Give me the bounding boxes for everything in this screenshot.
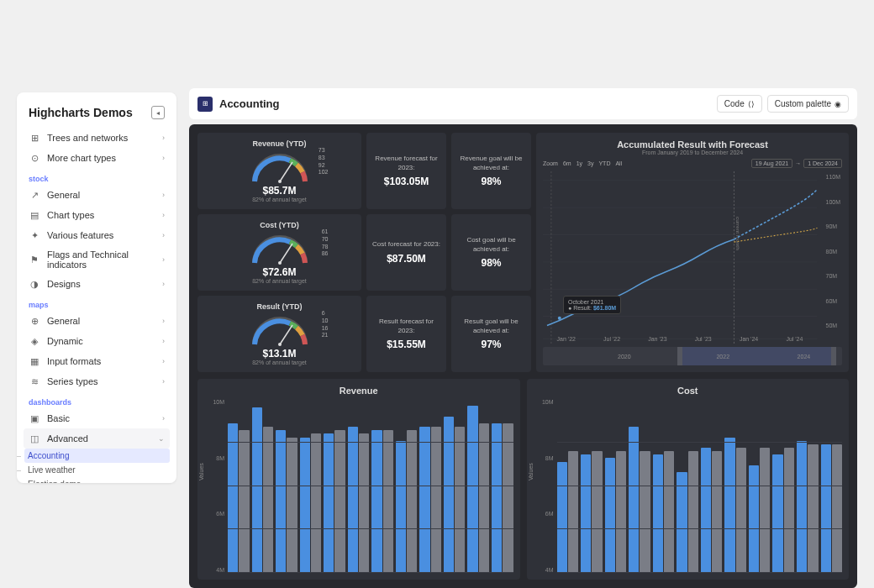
zoom-option[interactable]: YTD	[598, 160, 610, 166]
bar-target[interactable]	[287, 438, 297, 573]
sidebar-item[interactable]: ▤Chart types›	[24, 205, 170, 225]
zoom-option[interactable]: 3y	[587, 160, 593, 166]
bar-target[interactable]	[479, 423, 489, 573]
bar-target[interactable]	[760, 448, 770, 573]
bar-actual[interactable]	[821, 444, 831, 573]
sidebar-item[interactable]: ◫Advanced⌄	[24, 428, 170, 449]
sidebar-sub-item[interactable]: Live weather	[24, 463, 170, 477]
zoom-option[interactable]: All	[615, 160, 622, 166]
bar-actual[interactable]	[701, 448, 711, 573]
bar-group	[324, 399, 345, 573]
bar-actual[interactable]	[419, 427, 429, 573]
bar-target[interactable]	[431, 427, 441, 573]
bar-actual[interactable]	[797, 441, 807, 573]
bar-actual[interactable]	[300, 438, 310, 573]
bar-actual[interactable]	[252, 407, 262, 573]
nav-icon: ⊞	[29, 132, 40, 144]
bar-target[interactable]	[568, 451, 578, 573]
code-button[interactable]: Code⟨⟩	[717, 95, 762, 113]
sidebar-item[interactable]: ✦Various features›	[24, 225, 170, 245]
bar-target[interactable]	[239, 430, 249, 573]
sidebar-item[interactable]: ⊕General›	[24, 311, 170, 331]
sidebar-item[interactable]: ◈Dynamic›	[24, 331, 170, 351]
custom-palette-button[interactable]: Custom palette◉	[767, 95, 849, 113]
zoom-option[interactable]: 1y	[577, 160, 582, 166]
bar-actual[interactable]	[772, 454, 782, 573]
bar-actual[interactable]	[371, 430, 382, 573]
bar-actual[interactable]	[677, 472, 687, 573]
bar-actual[interactable]	[557, 462, 567, 573]
sidebar-item[interactable]: ◑Designs›	[24, 274, 170, 294]
sidebar-collapse-icon[interactable]	[151, 106, 165, 119]
bar-actual[interactable]	[492, 423, 502, 573]
zoom-label: Zoom	[543, 160, 558, 166]
bar-target[interactable]	[808, 444, 818, 573]
sidebar-item[interactable]: ▦Input formats›	[24, 351, 170, 371]
chart-navigator[interactable]: 2020 2022 2024	[543, 347, 842, 365]
revenue-bar-chart[interactable]: 10M8M6M4M Values	[204, 399, 513, 573]
bar-actual[interactable]	[653, 454, 663, 573]
bar-group	[724, 399, 746, 573]
sidebar-item[interactable]: ↗General›	[24, 185, 170, 205]
cost-bar-chart[interactable]: 10M8M6M4M Values	[534, 399, 843, 573]
sidebar-item[interactable]: ⚑Flags and Technical indicators›	[24, 245, 170, 274]
sidebar-item[interactable]: ⊞Trees and networks›	[24, 128, 170, 148]
bar-actual[interactable]	[324, 433, 334, 573]
bar-target[interactable]	[311, 433, 321, 573]
zoom-option[interactable]: 6m	[563, 160, 571, 166]
bar-actual[interactable]	[444, 417, 454, 573]
bar-target[interactable]	[407, 430, 417, 573]
bar-actual[interactable]	[276, 430, 286, 573]
svg-point-5	[278, 343, 282, 346]
bar-target[interactable]	[616, 451, 626, 573]
gauge-icon: 61707886	[246, 231, 313, 265]
bar-actual[interactable]	[467, 406, 477, 573]
gauge-icon: 6101621	[246, 312, 313, 346]
bar-target[interactable]	[784, 448, 794, 573]
bar-target[interactable]	[640, 451, 650, 573]
bar-target[interactable]	[832, 444, 842, 573]
bar-group	[444, 399, 466, 573]
bar-actual[interactable]	[749, 465, 759, 573]
chevron-icon: ›	[162, 191, 165, 199]
bar-target[interactable]	[712, 451, 722, 573]
bar-actual[interactable]	[228, 423, 238, 573]
bar-actual[interactable]	[724, 438, 734, 573]
sidebar-sub-item[interactable]: Accounting	[24, 449, 170, 463]
bar-target[interactable]	[688, 451, 698, 573]
bar-group	[772, 399, 794, 573]
date-to-input[interactable]: 1 Dec 2024	[803, 159, 842, 168]
bar-target[interactable]	[664, 451, 674, 573]
bar-group	[492, 399, 513, 573]
bar-actual[interactable]	[396, 441, 406, 573]
sidebar-title: Highcharts Demos	[29, 106, 133, 119]
bar-target[interactable]	[455, 427, 465, 573]
bar-target[interactable]	[334, 430, 345, 573]
bar-target[interactable]	[592, 451, 602, 573]
forecast-title: Accumulated Result with Forecast	[543, 139, 842, 150]
bar-actual[interactable]	[605, 458, 615, 573]
bar-group	[749, 399, 771, 573]
bar-actual[interactable]	[581, 454, 591, 573]
nav-icon: ◑	[29, 278, 40, 290]
bar-group	[605, 399, 627, 573]
chart-tooltip: October 2021 ● Result: $61.80M	[563, 296, 621, 314]
sidebar-item[interactable]: ▣Basic›	[24, 408, 170, 428]
bar-target[interactable]	[383, 430, 393, 573]
sidebar-item[interactable]: ⊙More chart types›	[24, 148, 170, 168]
bar-group	[348, 399, 370, 573]
code-icon: ⟨⟩	[748, 100, 755, 108]
bar-target[interactable]	[736, 448, 746, 573]
bar-actual[interactable]	[348, 427, 358, 573]
chevron-right-icon: ›	[162, 134, 165, 142]
bar-target[interactable]	[359, 433, 369, 573]
sidebar-sub-item[interactable]: Election demo	[24, 477, 170, 483]
gauge-icon: 738392102	[246, 150, 313, 183]
date-from-input[interactable]: 19 Aug 2021	[751, 159, 792, 168]
forecast-chart[interactable]: current month 110M100M90M80M70M60M50M Ja…	[543, 171, 842, 344]
bar-group	[252, 399, 274, 573]
sidebar-item[interactable]: ≋Series types›	[24, 371, 170, 391]
bar-actual[interactable]	[629, 427, 639, 573]
bar-target[interactable]	[263, 427, 273, 573]
bar-target[interactable]	[503, 423, 513, 573]
